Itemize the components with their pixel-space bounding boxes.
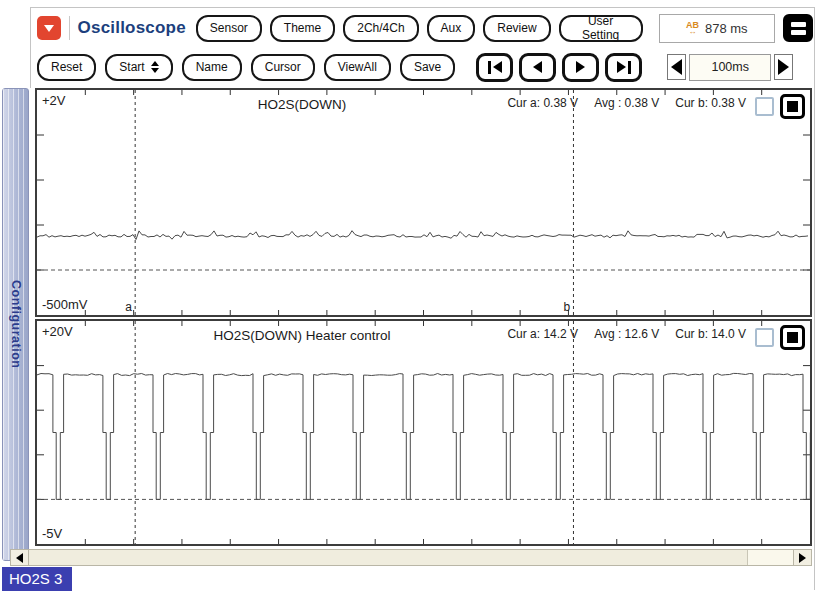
cursor-a-value: Cur a: 14.2 V (507, 327, 578, 341)
channel-visibility-checkbox[interactable] (755, 328, 774, 347)
jump-end-icon (617, 61, 626, 73)
arrow-right-icon (799, 553, 806, 563)
measurement-readout: Cur a: 14.2 V Avg : 12.6 V Cur b: 14.0 V (507, 327, 746, 341)
aux-button[interactable]: Aux (427, 15, 476, 42)
waveform-svg-1 (37, 90, 810, 315)
viewall-button[interactable]: ViewAll (324, 54, 391, 81)
start-button[interactable]: Start (105, 54, 172, 81)
channel-color-swatch (787, 101, 798, 112)
chart-title: HO2S(DOWN) Heater control (37, 328, 567, 343)
avg-value: Avg : 12.6 V (594, 327, 659, 341)
arrow-right-icon (778, 59, 789, 75)
cursor-ab-icon: AB ↔ (686, 21, 699, 35)
start-button-label: Start (119, 60, 144, 74)
timebase-group: 100ms (667, 54, 793, 81)
app-dropdown-button[interactable] (37, 16, 61, 40)
avg-value: Avg : 0.38 V (594, 96, 659, 110)
sidebar-tab-configuration[interactable]: Configuration (2, 88, 29, 561)
menu-icon (791, 30, 806, 35)
scroll-left-button[interactable] (10, 549, 29, 566)
cursor-b-value: Cur b: 14.0 V (675, 327, 746, 341)
channel-color-button[interactable] (780, 94, 805, 119)
page-title: Oscilloscope (78, 18, 186, 38)
review-button[interactable]: Review (483, 15, 550, 42)
sensor-button[interactable]: Sensor (196, 15, 262, 42)
ab-icon-arrows: ↔ (688, 29, 696, 35)
oscilloscope-app: Oscilloscope Sensor Theme 2Ch/4Ch Aux Re… (0, 0, 821, 600)
spinner-icon (151, 61, 159, 73)
timebase-increase-button[interactable] (774, 54, 793, 80)
jump-end-button[interactable] (605, 53, 642, 82)
save-button[interactable]: Save (400, 54, 455, 81)
waveform-svg-2 (37, 321, 810, 544)
jump-start-button[interactable] (476, 53, 513, 82)
step-back-button[interactable] (519, 53, 556, 82)
cursor-time-display: AB ↔ 878 ms (659, 14, 775, 43)
header-toolbar: Oscilloscope Sensor Theme 2Ch/4Ch Aux Re… (31, 9, 814, 47)
cursor-button[interactable]: Cursor (251, 54, 315, 81)
jump-start-icon (488, 61, 491, 74)
name-button[interactable]: Name (182, 54, 242, 81)
channel-color-swatch (787, 332, 798, 343)
sidebar-tab-label: Configuration (9, 280, 23, 368)
window-menu-button[interactable] (783, 14, 813, 42)
arrow-left-icon (671, 59, 682, 75)
horizontal-scrollbar[interactable] (10, 549, 812, 566)
cursor-b-label[interactable]: b (563, 300, 570, 314)
time-display-value: 878 ms (705, 21, 748, 36)
timebase-value-field: 100ms (689, 54, 771, 81)
channel-mode-button[interactable]: 2Ch/4Ch (343, 15, 418, 42)
theme-button[interactable]: Theme (270, 15, 335, 42)
channel-color-button[interactable] (780, 325, 805, 350)
jump-start-icon (493, 61, 502, 73)
arrow-left-icon (16, 553, 23, 563)
scrollbar-track[interactable] (29, 549, 793, 566)
divider (69, 16, 70, 40)
chart-title: HO2S(DOWN) (37, 97, 567, 112)
control-toolbar: Reset Start Name Cursor ViewAll Save (31, 48, 814, 86)
scroll-right-button[interactable] (793, 549, 812, 566)
cursor-a-label[interactable]: a (125, 300, 132, 314)
chart-panel-heater[interactable]: +20V HO2S(DOWN) Heater control Cur a: 14… (35, 319, 812, 546)
reset-button[interactable]: Reset (37, 54, 96, 81)
cursor-a-value: Cur a: 0.38 V (507, 96, 578, 110)
jump-end-icon (628, 61, 631, 74)
step-forward-icon (576, 61, 585, 73)
status-record-label: HO2S 3 (2, 567, 72, 591)
timebase-decrease-button[interactable] (667, 54, 686, 80)
user-setting-button[interactable]: User Setting (559, 15, 643, 42)
measurement-readout: Cur a: 0.38 V Avg : 0.38 V Cur b: 0.38 V (507, 96, 746, 110)
scrollbar-thumb[interactable] (29, 550, 748, 565)
playback-group (476, 53, 642, 82)
y-min-label: -5V (42, 526, 62, 541)
menu-icon (791, 22, 806, 27)
cursor-b-value: Cur b: 0.38 V (675, 96, 746, 110)
chevron-down-icon (44, 25, 54, 32)
step-forward-button[interactable] (562, 53, 599, 82)
chart-panel-ho2s[interactable]: +2V HO2S(DOWN) Cur a: 0.38 V Avg : 0.38 … (35, 88, 812, 317)
y-min-label: -500mV (42, 297, 88, 312)
window-frame-right (814, 7, 815, 590)
step-back-icon (533, 61, 542, 73)
channel-visibility-checkbox[interactable] (755, 97, 774, 116)
